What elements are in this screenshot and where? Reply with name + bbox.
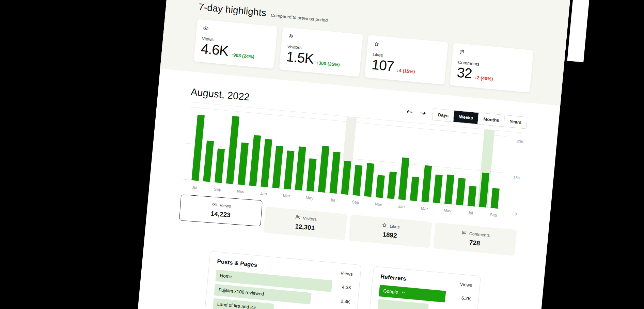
y-tick-30k: 30K [516, 139, 524, 144]
chart-bar[interactable] [284, 150, 294, 189]
x-axis-tick [269, 190, 281, 198]
highlights-subtitle: Compared to previous period [271, 13, 328, 23]
stat-value: 4.6K [200, 42, 229, 59]
x-axis-tick: Mar [281, 191, 293, 199]
x-axis-tick: Sep [349, 197, 362, 205]
chart-tab-label: Comments [469, 231, 490, 238]
highlight-card-likes: Likes107↓4 (15%) [364, 35, 448, 85]
x-axis-tick: Jul [189, 182, 201, 190]
x-axis-tick [407, 202, 419, 210]
referrer-row-bar[interactable] [377, 299, 429, 309]
stat-delta: ↑300 (25%) [316, 60, 340, 69]
previous-period-button[interactable]: ← [406, 108, 413, 116]
referrers-views-column-header: Views [460, 282, 472, 288]
x-axis-tick [200, 183, 213, 191]
chart-bar[interactable] [376, 175, 385, 198]
x-axis-tick [476, 209, 488, 217]
eye-icon [211, 201, 217, 209]
chart-bar[interactable] [295, 146, 306, 190]
posts-rows: Home4.3KFujifilm x100 reviewed2.4KLand o… [213, 270, 352, 309]
x-axis-tick: Nov [235, 186, 247, 194]
stat-delta: ↓4 (15%) [396, 68, 415, 76]
y-tick-15k: 15K [513, 175, 521, 181]
x-axis-tick [384, 200, 396, 208]
stat-delta: ↓2 (40%) [474, 75, 493, 83]
x-axis-tick: Sep [487, 210, 500, 218]
chart-bar[interactable] [364, 163, 374, 197]
chart-bar[interactable] [272, 146, 283, 188]
highlights-title: 7-day highlights [198, 1, 267, 18]
chart-tab-views[interactable]: Views14,223 [179, 194, 263, 226]
x-axis-tick: Jan [257, 189, 270, 197]
chart-bar[interactable] [203, 141, 214, 182]
y-tick-0: 0 [515, 211, 517, 216]
chart-bar[interactable] [352, 165, 362, 196]
star-icon [373, 41, 442, 53]
x-axis-tick [430, 205, 442, 213]
chart-bar[interactable] [490, 188, 499, 209]
chart-tab-likes[interactable]: Likes1892 [348, 214, 432, 248]
chart-bar[interactable] [410, 177, 419, 201]
referrers-panel: Referrers Views Google6.2K [367, 266, 481, 309]
chevron-up-icon[interactable] [401, 290, 406, 296]
range-tab-years[interactable]: Years [504, 115, 527, 128]
referrers-title: Referrers [380, 273, 406, 282]
x-axis-tick: Nov [373, 199, 385, 207]
chart-bar[interactable] [341, 161, 351, 195]
stat-value: 107 [371, 58, 394, 74]
x-axis-tick: Mar [419, 203, 431, 211]
people-icon [295, 214, 301, 221]
range-tabs: DaysWeeksMonthsYears [432, 108, 528, 129]
chart-tab-visitors[interactable]: Visitors12,301 [263, 207, 347, 240]
comment-icon [459, 49, 527, 61]
x-axis-tick: May [303, 193, 316, 201]
chart-bar[interactable] [307, 158, 317, 192]
chart-bar[interactable] [238, 142, 249, 185]
background-page-edge [567, 0, 593, 62]
chart-bar[interactable] [387, 172, 396, 199]
period-chart-section: August, 2022 ← → DaysWeeksMonthsYears 30… [136, 68, 560, 309]
stat-value: 32 [456, 65, 472, 81]
chart-controls: ← → DaysWeeksMonthsYears [406, 106, 528, 129]
x-axis-tick [223, 185, 235, 193]
x-axis-tick [338, 196, 350, 204]
post-views-value: 4.3K [335, 284, 351, 290]
chart-metric-tabs: Views14,223Visitors12,301Likes1892Commen… [178, 199, 517, 256]
chart-bar[interactable] [456, 178, 466, 206]
chart-bar[interactable] [479, 173, 489, 208]
x-axis-tick [315, 194, 327, 202]
highlight-card-comments: Comments32↓2 (40%) [450, 43, 534, 93]
chart-bar[interactable] [398, 157, 409, 200]
highlight-card-visitors: Visitors1.5K↑300 (25%) [279, 27, 363, 77]
range-tab-days[interactable]: Days [433, 109, 454, 122]
referrer-title: Google [383, 288, 398, 295]
chart-tab-comments[interactable]: Comments728 [433, 222, 517, 256]
eye-icon [203, 25, 271, 37]
stat-delta: ↑903 (24%) [231, 52, 255, 61]
x-axis-tick: Sep [211, 184, 224, 192]
stats-page: 7-day highlights Compared to previous pe… [126, 0, 570, 309]
chart-bar[interactable] [468, 186, 476, 207]
comment-icon [461, 229, 467, 237]
people-icon [288, 33, 357, 45]
x-axis-tick: Jul [465, 208, 477, 216]
x-axis-tick [453, 207, 465, 215]
chart-bar[interactable] [215, 148, 225, 183]
x-axis-tick [246, 187, 258, 195]
posts-pages-panel: Posts & Pages Views Home4.3KFujifilm x10… [204, 251, 361, 309]
x-axis-tick: May [441, 206, 454, 214]
x-axis-tick: Jan [395, 201, 408, 209]
chart-tab-label: Visitors [303, 216, 317, 222]
range-tab-weeks[interactable]: Weeks [453, 111, 479, 124]
post-title: Home [220, 273, 232, 279]
chart-bar[interactable] [444, 175, 454, 205]
x-axis-tick: Jul [327, 195, 339, 203]
chart-bar[interactable] [330, 151, 341, 193]
next-period-button[interactable]: → [419, 109, 426, 117]
range-tab-months[interactable]: Months [477, 113, 505, 126]
chart-bar[interactable] [422, 165, 432, 202]
x-axis-tick [361, 198, 373, 206]
period-title: August, 2022 [190, 86, 250, 103]
chart-tab-label: Likes [390, 224, 400, 230]
chart-bar[interactable] [433, 174, 443, 203]
